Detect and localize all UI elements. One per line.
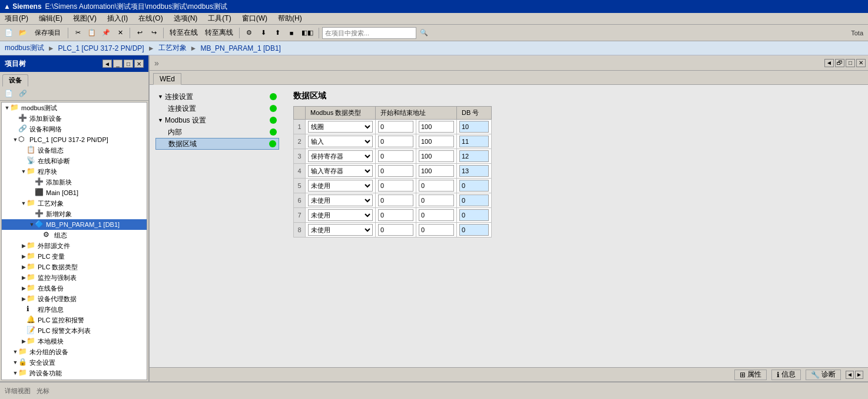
panel-float-btn[interactable]: □: [846, 59, 855, 67]
cell-db[interactable]: [457, 223, 492, 238]
db-input[interactable]: [459, 224, 489, 236]
tree-item-mb-param[interactable]: ▼ 🔷 MB_PN_PARAM_1 [DB1]: [2, 219, 147, 230]
cell-start[interactable]: [376, 134, 416, 149]
cell-end[interactable]: [416, 193, 457, 208]
cell-end[interactable]: [416, 149, 457, 164]
cell-end[interactable]: [416, 164, 457, 179]
cell-type[interactable]: 线圈输入保持寄存器输入寄存器未使用: [306, 164, 376, 179]
cell-type[interactable]: 线圈输入保持寄存器输入寄存器未使用: [306, 149, 376, 164]
type-select[interactable]: 线圈输入保持寄存器输入寄存器未使用: [308, 180, 373, 192]
db-input[interactable]: [459, 194, 489, 206]
diagnostics-btn[interactable]: 🔧 诊断: [806, 370, 841, 380]
sidebar-link-btn[interactable]: 🔗: [16, 88, 29, 100]
start-input[interactable]: [378, 224, 413, 236]
start-input[interactable]: [378, 136, 413, 147]
upload-btn[interactable]: ⬆: [271, 27, 284, 39]
cell-type[interactable]: 线圈输入保持寄存器输入寄存器未使用: [306, 193, 376, 208]
cell-start[interactable]: [376, 149, 416, 164]
menu-tools[interactable]: 工具(T): [206, 13, 233, 24]
tree-item-main-ob1[interactable]: ⬛ Main [OB1]: [2, 187, 147, 198]
cell-end[interactable]: [416, 179, 457, 193]
type-select[interactable]: 线圈输入保持寄存器输入寄存器未使用: [308, 136, 373, 147]
sidebar-new-btn[interactable]: 📄: [2, 88, 15, 100]
config-modbus-parent[interactable]: ▼ Modbus 设置: [155, 114, 279, 126]
cell-db[interactable]: [457, 149, 492, 164]
menu-online[interactable]: 在线(O): [136, 13, 165, 24]
tree-item-tech[interactable]: ▼ 📁 工艺对象: [2, 198, 147, 209]
tree-item-proginfo[interactable]: ℹ 程序信息: [2, 304, 147, 315]
sidebar-pin-btn[interactable]: ◄: [102, 60, 112, 68]
end-input[interactable]: [419, 150, 454, 162]
db-input[interactable]: [459, 180, 489, 192]
start-input[interactable]: [378, 150, 413, 162]
end-input[interactable]: [419, 209, 454, 221]
db-input[interactable]: [459, 209, 489, 221]
tree-item-addblock[interactable]: ➕ 添加新块: [2, 177, 147, 187]
config-connection-parent[interactable]: ▼ 连接设置: [155, 91, 279, 103]
tree-item-programs[interactable]: ▼ 📁 程序块: [2, 166, 147, 177]
compile-btn[interactable]: ⚙: [243, 27, 256, 39]
start-input[interactable]: [378, 180, 413, 192]
save-btn[interactable]: 保存项目: [31, 27, 65, 39]
cell-start[interactable]: [376, 164, 416, 179]
end-input[interactable]: [419, 121, 454, 133]
type-select[interactable]: 线圈输入保持寄存器输入寄存器未使用: [308, 209, 373, 221]
db-input[interactable]: [459, 136, 489, 147]
type-select[interactable]: 线圈输入保持寄存器输入寄存器未使用: [308, 224, 373, 236]
tree-item-network[interactable]: 🔗 设备和网络: [2, 124, 147, 134]
config-connection-child[interactable]: 连接设置: [155, 103, 279, 114]
tree-item-monitor[interactable]: ▶ 📁 监控与强制表: [2, 272, 147, 283]
type-select[interactable]: 线圈输入保持寄存器输入寄存器未使用: [308, 121, 373, 133]
menu-window[interactable]: 窗口(W): [240, 13, 270, 24]
panel-restore-btn[interactable]: 🗗: [835, 59, 844, 67]
cut-btn[interactable]: ✂: [71, 27, 84, 39]
db-input[interactable]: [459, 121, 489, 133]
end-input[interactable]: [419, 136, 454, 147]
start-input[interactable]: [378, 209, 413, 221]
tree-item-alarm-text[interactable]: 📝 PLC 报警文本列表: [2, 325, 147, 336]
end-input[interactable]: [419, 194, 454, 206]
tree-item-online-diag[interactable]: 📡 在线和诊断: [2, 156, 147, 166]
cell-type[interactable]: 线圈输入保持寄存器输入寄存器未使用: [306, 223, 376, 238]
tree-item-plc[interactable]: ▼ ⬡ PLC_1 [CPU 317-2 PN/DP]: [2, 134, 147, 145]
copy-btn[interactable]: 📋: [85, 27, 98, 39]
undo-btn[interactable]: ↩: [133, 27, 146, 39]
tree-item-backup[interactable]: ▶ 📁 在线备份: [2, 283, 147, 294]
tree-item-plcdatatypes[interactable]: ▶ 📁 PLC 数据类型: [2, 262, 147, 272]
cell-type[interactable]: 线圈输入保持寄存器输入寄存器未使用: [306, 208, 376, 223]
cell-type[interactable]: 线圈输入保持寄存器输入寄存器未使用: [306, 120, 376, 134]
menu-project[interactable]: 项目(P): [2, 13, 31, 24]
go-online-btn[interactable]: 转至在线: [167, 27, 201, 39]
sidebar-close-btn[interactable]: ✕: [134, 60, 144, 68]
info-btn[interactable]: ℹ 信息: [771, 370, 801, 380]
tree-item-local[interactable]: ▶ 📁 本地模块: [2, 336, 147, 347]
cell-type[interactable]: 线圈输入保持寄存器输入寄存器未使用: [306, 134, 376, 149]
redo-btn[interactable]: ↪: [147, 27, 160, 39]
end-input[interactable]: [419, 224, 454, 236]
db-input[interactable]: [459, 150, 489, 162]
tree-item-alarm[interactable]: 🔔 PLC 监控和报警: [2, 315, 147, 325]
start-input[interactable]: [378, 121, 413, 133]
go-offline-btn[interactable]: 转至离线: [202, 27, 236, 39]
config-dataarea-child[interactable]: 数据区域: [155, 138, 279, 150]
tree-item-crossdevice[interactable]: ▼ 📁 跨设备功能: [2, 368, 147, 378]
open-btn[interactable]: 📂: [16, 27, 29, 39]
tree-item-device-config[interactable]: 📋 设备组态: [2, 145, 147, 156]
paste-btn[interactable]: 📌: [100, 27, 112, 39]
cell-db[interactable]: [457, 134, 492, 149]
end-input[interactable]: [419, 180, 454, 192]
tree-item-proxy[interactable]: ▶ 📁 设备代理数据: [2, 294, 147, 304]
search-btn[interactable]: 🔍: [418, 27, 430, 39]
cell-start[interactable]: [376, 193, 416, 208]
cell-type[interactable]: 线圈输入保持寄存器输入寄存器未使用: [306, 179, 376, 193]
tree-item-ungrouped[interactable]: ▼ 📁 未分组的设备: [2, 347, 147, 357]
cell-start[interactable]: [376, 223, 416, 238]
tree-item-adddevice[interactable]: ➕ 添加新设备: [2, 113, 147, 124]
cell-db[interactable]: [457, 164, 492, 179]
menu-edit[interactable]: 编辑(E): [37, 13, 65, 24]
cell-end[interactable]: [416, 223, 457, 238]
cell-db[interactable]: [457, 120, 492, 134]
tree-item-modbus[interactable]: ▼ 📁 modbus测试: [2, 103, 147, 113]
menu-view[interactable]: 视图(V): [71, 13, 99, 24]
tree-item-newobj[interactable]: ➕ 新增对象: [2, 209, 147, 219]
